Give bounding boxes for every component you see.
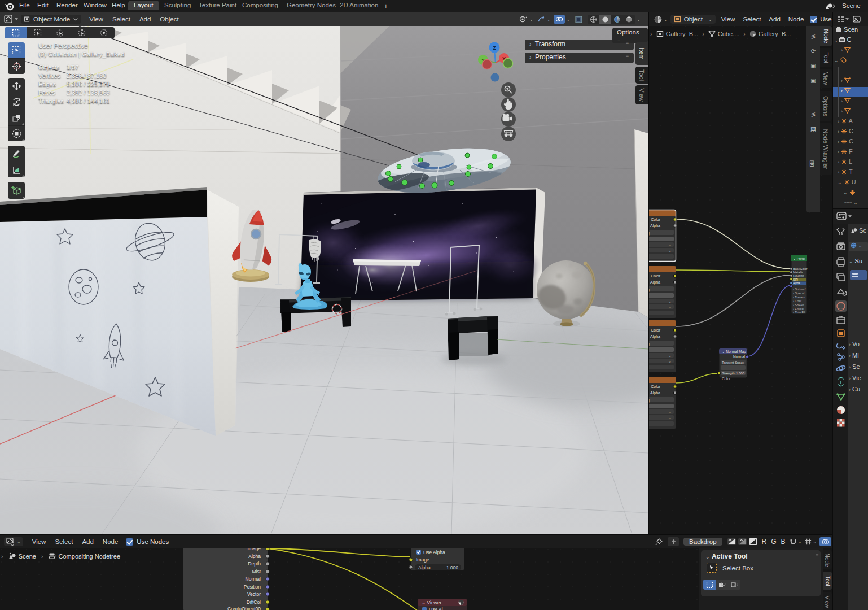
svg-text:Mist: Mist (252, 569, 261, 574)
svg-text:1.000: 1.000 (736, 372, 745, 375)
svg-text:Alpha: Alpha (793, 281, 800, 285)
svg-text:Depth: Depth (248, 561, 261, 567)
svg-text:CryptoObject00: CryptoObject00 (227, 606, 261, 610)
svg-text:Vector: Vector (247, 591, 261, 597)
svg-text:DiffCol: DiffCol (247, 599, 261, 605)
svg-text:› Specul: › Specul (793, 291, 804, 295)
svg-text:› Coat: › Coat (793, 299, 801, 303)
svg-text:IOR: IOR (793, 278, 798, 281)
svg-text:Alpha: Alpha (248, 554, 261, 559)
svg-text:⌄ Viewer: ⌄ Viewer (422, 600, 441, 605)
svg-text:⌄ Normal Map: ⌄ Normal Map (722, 350, 746, 354)
svg-text:Roughn: Roughn (793, 274, 804, 277)
svg-text:› Subsurf: › Subsurf (793, 287, 806, 291)
svg-text:1.000: 1.000 (446, 565, 459, 570)
svg-text:› Transm: › Transm (793, 295, 805, 299)
svg-text:Alpha: Alpha (418, 565, 431, 570)
svg-text:Tangent Space: Tangent Space (722, 361, 745, 364)
svg-text:⌄ Princi: ⌄ Princi (793, 257, 805, 260)
svg-text:Image: Image (416, 557, 429, 563)
svg-text:Normal: Normal (246, 576, 261, 582)
svg-text:Position: Position (244, 584, 261, 590)
svg-text:Strength: Strength (722, 372, 735, 375)
svg-text:› Sheen: › Sheen (793, 303, 804, 307)
svg-text:Color: Color (722, 377, 731, 381)
svg-text:Z: Z (493, 45, 496, 51)
svg-text:› Thin Fil: › Thin Fil (793, 311, 805, 314)
svg-text:Use Alpha: Use Alpha (423, 550, 445, 555)
svg-text:Use Al: Use Al (429, 607, 443, 610)
svg-text:Normal: Normal (733, 355, 746, 359)
